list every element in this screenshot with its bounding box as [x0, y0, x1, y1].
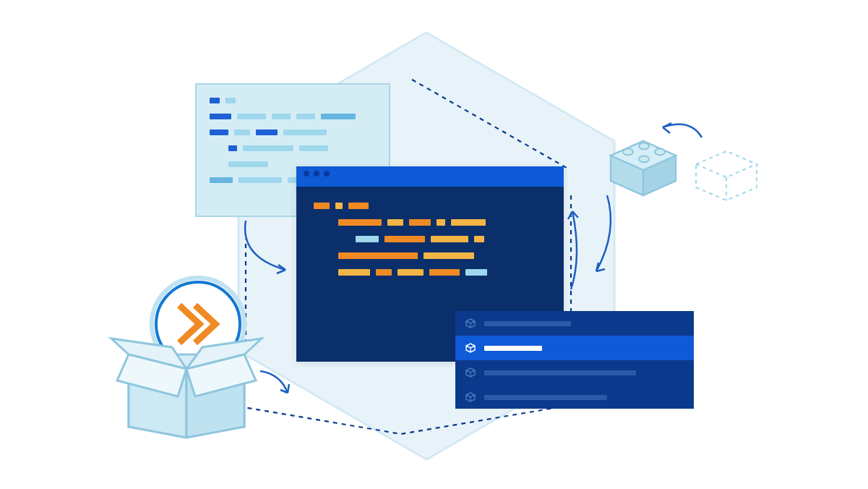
code-line — [314, 203, 546, 209]
code-line — [210, 98, 376, 103]
svg-point-7 — [639, 156, 649, 163]
code-token — [239, 177, 282, 183]
code-token — [431, 236, 468, 242]
window-traffic-lights — [304, 171, 330, 177]
code-token — [474, 236, 484, 242]
code-line — [210, 129, 376, 135]
code-token — [338, 252, 418, 259]
code-token — [356, 236, 379, 242]
list-item-label — [484, 370, 636, 375]
code-token — [210, 98, 220, 103]
svg-point-5 — [623, 149, 633, 156]
code-token — [465, 269, 487, 276]
cube-icon — [465, 367, 476, 378]
package-box — [107, 275, 273, 441]
list-item[interactable] — [455, 385, 694, 409]
code-token — [376, 269, 392, 276]
code-token — [409, 219, 431, 226]
list-item-label — [484, 395, 607, 400]
window-dot-icon — [314, 171, 319, 177]
code-token — [451, 219, 486, 226]
list-item-label — [484, 321, 571, 326]
code-line — [314, 252, 546, 259]
code-token — [348, 203, 369, 209]
code-token — [210, 177, 233, 183]
code-token — [256, 129, 278, 135]
list-panel — [455, 311, 694, 409]
block-solid — [603, 130, 683, 199]
code-token — [387, 219, 403, 226]
code-token — [296, 114, 315, 119]
code-token — [321, 114, 356, 119]
code-token — [424, 252, 474, 259]
code-token — [437, 219, 445, 226]
code-line — [314, 236, 546, 242]
code-token — [228, 145, 237, 151]
code-token — [338, 219, 382, 226]
code-token — [272, 114, 291, 119]
code-line — [210, 145, 376, 151]
code-line — [314, 219, 546, 226]
window-dot-icon — [304, 171, 309, 177]
code-token — [243, 145, 293, 151]
cube-icon — [465, 392, 476, 402]
code-token — [384, 236, 425, 242]
window-dot-icon — [324, 171, 330, 177]
diagram-stage — [0, 0, 868, 489]
list-item[interactable] — [455, 336, 694, 360]
code-line — [314, 269, 546, 276]
code-token — [228, 161, 268, 167]
code-token — [335, 203, 343, 209]
code-token — [338, 269, 370, 276]
code-token — [210, 114, 231, 119]
code-token — [398, 269, 424, 276]
list-item[interactable] — [455, 360, 694, 385]
block-wire — [690, 141, 762, 206]
list-item[interactable] — [455, 311, 694, 336]
svg-point-6 — [639, 143, 649, 150]
code-token — [299, 145, 328, 151]
cube-icon — [465, 318, 476, 328]
code-token — [225, 98, 236, 103]
svg-point-8 — [655, 149, 665, 156]
list-item-label — [484, 346, 542, 351]
code-line — [210, 114, 376, 119]
cube-icon — [465, 343, 476, 353]
code-token — [237, 114, 266, 119]
code-token — [314, 203, 330, 209]
code-token — [210, 129, 228, 135]
code-token — [429, 269, 460, 276]
code-token — [234, 129, 250, 135]
code-token — [283, 129, 327, 135]
